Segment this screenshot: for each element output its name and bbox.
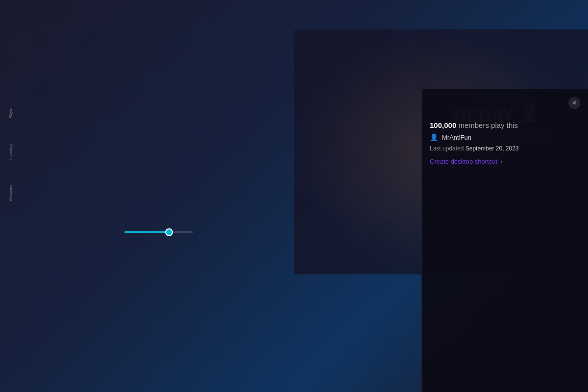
last-updated-date: September 20, 2023 bbox=[466, 145, 519, 152]
weapons-label: Weapons bbox=[8, 185, 13, 201]
last-updated: Last updated September 20, 2023 bbox=[430, 145, 580, 152]
slider-track[interactable] bbox=[124, 231, 193, 233]
author-name: MrAntiFun bbox=[442, 134, 471, 141]
slider-thumb[interactable] bbox=[165, 228, 173, 236]
shortcut-link[interactable]: Create desktop shortcut › bbox=[430, 158, 580, 165]
slider-fill bbox=[124, 231, 169, 233]
last-updated-label: Last updated bbox=[430, 145, 464, 152]
info-panel-header: ✕ bbox=[430, 97, 580, 113]
author-icon: 👤 bbox=[430, 133, 438, 141]
inventory-label: Inventory bbox=[8, 144, 13, 160]
author-row: 👤 MrAntiFun bbox=[430, 133, 580, 141]
members-play-label: members play this bbox=[458, 121, 518, 129]
shortcut-label: Create desktop shortcut bbox=[430, 158, 497, 165]
shortcut-arrow-icon: › bbox=[500, 158, 502, 165]
close-panel-btn[interactable]: ✕ bbox=[568, 97, 580, 109]
info-panel: ✕ 100,000 members play this 👤 MrAntiFun … bbox=[421, 89, 588, 392]
player-label: Player bbox=[8, 107, 13, 119]
members-count: 100,000 members play this bbox=[430, 121, 580, 129]
members-count-number: 100,000 bbox=[430, 121, 456, 129]
